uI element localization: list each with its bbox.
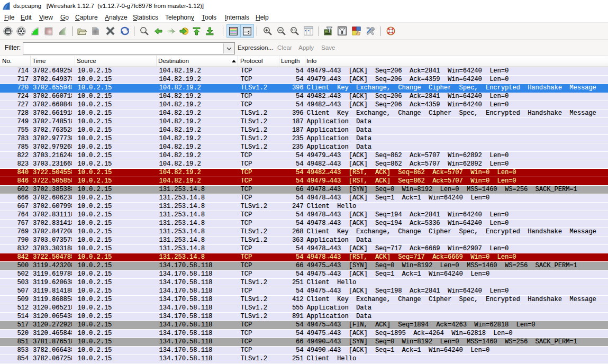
svg-text:1:1: 1:1: [292, 29, 296, 32]
